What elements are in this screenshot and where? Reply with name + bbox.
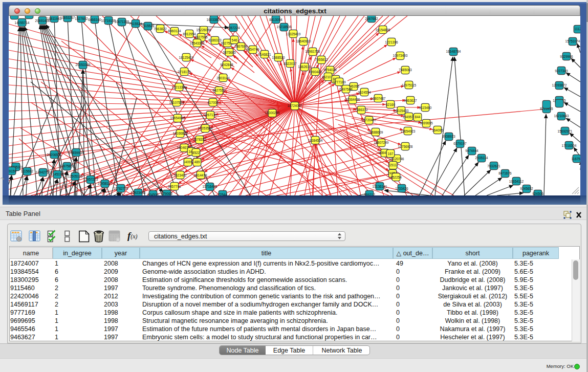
svg-text:16782759: 16782759 — [114, 187, 128, 190]
svg-text:9227349: 9227349 — [555, 69, 568, 73]
svg-text:15751074: 15751074 — [565, 39, 580, 43]
svg-text:3267130: 3267130 — [204, 113, 217, 117]
svg-text:844: 844 — [415, 115, 421, 119]
svg-text:19218506: 19218506 — [277, 25, 292, 29]
svg-text:10025433: 10025433 — [394, 109, 409, 113]
svg-text:15692971: 15692971 — [558, 129, 573, 133]
svg-text:1733426: 1733426 — [395, 187, 408, 190]
svg-text:167: 167 — [388, 152, 394, 156]
svg-text:924506: 924506 — [532, 192, 543, 195]
svg-text:12942757: 12942757 — [36, 170, 51, 174]
svg-text:8522: 8522 — [192, 151, 200, 155]
svg-text:16543362: 16543362 — [190, 41, 205, 45]
svg-text:489: 489 — [194, 160, 200, 164]
svg-text:8912954: 8912954 — [183, 32, 196, 36]
svg-text:8454749: 8454749 — [246, 48, 259, 51]
svg-text:2935114: 2935114 — [475, 156, 488, 160]
svg-text:164095: 164095 — [432, 128, 443, 132]
svg-text:10671355: 10671355 — [115, 20, 129, 24]
svg-text:20364436: 20364436 — [345, 98, 360, 101]
svg-text:879065: 879065 — [161, 192, 172, 195]
svg-text:6379197: 6379197 — [453, 142, 467, 145]
svg-text:20053346: 20053346 — [76, 63, 91, 67]
svg-text:10756928: 10756928 — [398, 145, 413, 148]
svg-text:10973493: 10973493 — [393, 54, 408, 57]
svg-text:9329966: 9329966 — [560, 55, 573, 58]
svg-text:17859934: 17859934 — [69, 151, 84, 155]
svg-text:7515526: 7515526 — [141, 24, 155, 28]
svg-text:9777169: 9777169 — [333, 80, 346, 84]
svg-text:19166825: 19166825 — [173, 132, 188, 135]
svg-text:924506: 924506 — [147, 193, 159, 195]
svg-text:9115460: 9115460 — [419, 106, 432, 110]
svg-text:2087682: 2087682 — [365, 17, 378, 20]
svg-text:7663822: 7663822 — [154, 27, 167, 31]
svg-text:18125419: 18125419 — [179, 56, 194, 59]
svg-text:16648784: 16648784 — [446, 50, 461, 53]
svg-text:8471676: 8471676 — [498, 171, 512, 175]
svg-text:6466160: 6466160 — [88, 18, 101, 21]
svg-text:969212: 969212 — [364, 193, 375, 195]
svg-text:10719155: 10719155 — [101, 19, 116, 23]
svg-text:9457791: 9457791 — [168, 185, 181, 188]
svg-text:39159: 39159 — [9, 169, 16, 173]
svg-text:3875685: 3875685 — [223, 51, 236, 54]
svg-text:8186323: 8186323 — [208, 38, 222, 42]
svg-text:3624554: 3624554 — [358, 91, 371, 94]
svg-text:8427552: 8427552 — [212, 89, 226, 92]
svg-text:7632621: 7632621 — [487, 164, 500, 168]
svg-text:17016504: 17016504 — [562, 144, 577, 147]
svg-text:12975115: 12975115 — [402, 83, 417, 87]
svg-text:10653267: 10653267 — [60, 16, 75, 19]
svg-text:16210643: 16210643 — [554, 114, 569, 118]
svg-text:1112: 1112 — [574, 27, 580, 31]
svg-text:252254: 252254 — [390, 176, 402, 179]
svg-text:(x): (x) — [130, 233, 138, 240]
svg-text:2867608: 2867608 — [234, 45, 248, 48]
svg-text:116753: 116753 — [571, 157, 580, 161]
svg-text:1145194: 1145194 — [51, 172, 64, 176]
svg-text:19654923: 19654923 — [401, 129, 416, 133]
svg-text:72544: 72544 — [218, 193, 227, 195]
svg-text:12213369: 12213369 — [172, 85, 187, 89]
svg-text:8990448: 8990448 — [309, 70, 322, 74]
svg-text:17957223: 17957223 — [83, 178, 98, 181]
svg-text:2803144: 2803144 — [216, 76, 230, 80]
svg-text:12353594: 12353594 — [198, 126, 213, 130]
svg-text:20206531: 20206531 — [47, 153, 62, 157]
svg-text:7515524: 7515524 — [129, 22, 142, 26]
svg-text:10654112: 10654112 — [509, 180, 524, 183]
svg-text:10807487: 10807487 — [371, 97, 386, 100]
svg-text:16107553: 16107553 — [169, 101, 184, 104]
svg-text:7623402: 7623402 — [173, 173, 187, 177]
svg-text:9463627: 9463627 — [404, 99, 417, 102]
svg-text:14055714: 14055714 — [15, 21, 30, 25]
svg-text:8322037: 8322037 — [284, 62, 297, 65]
svg-text:9794028: 9794028 — [323, 68, 337, 72]
svg-text:19654985: 19654985 — [170, 116, 185, 120]
svg-text:7955812: 7955812 — [315, 58, 328, 61]
svg-text:12505135: 12505135 — [68, 174, 83, 178]
svg-text:6914479: 6914479 — [194, 173, 207, 177]
svg-text:14099: 14099 — [183, 160, 192, 164]
svg-text:1362615: 1362615 — [298, 65, 311, 69]
svg-text:15720407: 15720407 — [362, 118, 377, 122]
svg-text:10975857: 10975857 — [60, 164, 75, 168]
svg-text:16961758: 16961758 — [306, 50, 320, 53]
svg-text:8938923: 8938923 — [442, 135, 455, 138]
svg-text:9242848: 9242848 — [220, 63, 233, 67]
svg-text:3678352: 3678352 — [193, 138, 206, 141]
svg-text:1588520: 1588520 — [272, 56, 285, 59]
svg-text:15716485: 15716485 — [203, 185, 217, 188]
svg-text:9327505: 9327505 — [194, 35, 208, 39]
svg-text:16033809: 16033809 — [207, 18, 222, 21]
svg-text:7485063: 7485063 — [399, 68, 412, 72]
svg-text:546: 546 — [232, 38, 237, 42]
svg-text:417006: 417006 — [207, 101, 219, 104]
svg-text:6497568: 6497568 — [339, 87, 353, 91]
svg-text:115112: 115112 — [388, 163, 399, 167]
svg-text:12923446: 12923446 — [131, 191, 146, 194]
svg-text:7386372: 7386372 — [355, 108, 368, 112]
svg-text:8960124: 8960124 — [168, 29, 181, 33]
svg-text:19384554: 19384554 — [308, 139, 323, 142]
